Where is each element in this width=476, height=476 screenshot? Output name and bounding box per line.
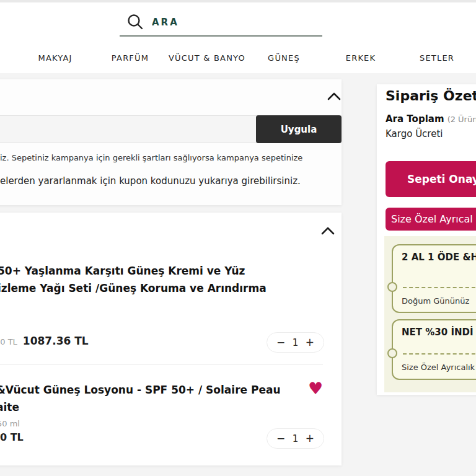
nav-item-vucut-banyo[interactable]: VÜCUT & BANYO: [169, 53, 245, 63]
order-summary-title: Sipariş Özet: [386, 88, 476, 104]
increase-quantity-button[interactable]: +: [306, 337, 314, 348]
product-title[interactable]: 50+ Yaşlanma Karşıtı Güneş Kremi ve Yüz: [0, 265, 245, 277]
quantity-value: 1: [293, 337, 299, 348]
search-input[interactable]: [152, 14, 313, 31]
decrease-quantity-button[interactable]: −: [276, 337, 285, 348]
coupon-dashed-line: [403, 287, 476, 288]
subtotal-row: Ara Toplam (2 Ürün: [386, 113, 476, 125]
special-benefits-button[interactable]: Size Özel Ayrıcal: [386, 208, 476, 231]
coupon-section: Uygula iz. Sepetiniz kampanya için gerek…: [0, 79, 342, 205]
campaign-info-text: iz. Sepetiniz kampanya için gerekli şart…: [0, 153, 302, 162]
favorite-heart-icon[interactable]: ♥: [308, 380, 323, 397]
offer-subtitle: Doğum Gününüz: [402, 296, 469, 306]
item-divider: [0, 364, 323, 365]
nav-item-makyaj[interactable]: MAKYAJ: [38, 53, 72, 63]
product-title[interactable]: aite: [0, 401, 19, 413]
offer-title: NET %30 İNDİ: [402, 327, 474, 338]
nav-item-parfum[interactable]: PARFÜM: [112, 53, 149, 63]
coupon-hint-text: elerden yararlanmak için kupon kodunuzu …: [0, 175, 301, 187]
offer-title: 2 AL 1 ÖDE &H: [402, 252, 476, 263]
offer-subtitle: Size Özel Ayrıcalık: [402, 363, 475, 372]
offer-coupon[interactable]: NET %30 İNDİ Size Özel Ayrıcalık: [392, 319, 476, 380]
item-count: (2 Ürün: [447, 115, 476, 124]
nav-item-erkek[interactable]: ERKEK: [346, 53, 376, 63]
nav-item-gunes[interactable]: GÜNEŞ: [268, 53, 300, 63]
order-summary-card: Sipariş Özet Ara Toplam (2 Ürün Kargo Üc…: [377, 84, 476, 395]
apply-coupon-button[interactable]: Uygula: [256, 115, 342, 143]
collapse-chevron-up-icon[interactable]: [321, 226, 335, 235]
price-row: 30 TL 1087.36 TL: [0, 335, 89, 347]
offer-coupon[interactable]: 2 AL 1 ÖDE &H Doğum Gününüz: [392, 244, 476, 313]
nav-item-setler[interactable]: SETLER: [420, 53, 454, 63]
old-price: 30 TL: [0, 337, 17, 346]
cart-items-section: 50+ Yaşlanma Karşıtı Güneş Kremi ve Yüz …: [0, 213, 342, 465]
coupon-notch: [387, 348, 397, 358]
quantity-stepper: − 1 +: [267, 428, 324, 449]
product-size: 50 ml: [0, 419, 20, 428]
offers-panel: 2 AL 1 ÖDE &H Doğum Gününüz NET %30 İNDİ…: [384, 236, 476, 392]
increase-quantity-button[interactable]: +: [306, 433, 314, 444]
confirm-cart-button[interactable]: Sepeti Onay: [386, 161, 476, 197]
coupon-dashed-line: [403, 353, 476, 355]
subtotal-label: Ara Toplam: [386, 113, 444, 125]
current-price: 1087.36 TL: [23, 335, 89, 347]
product-title[interactable]: &Vücut Güneş Losyonu - SPF 50+ / Solaire…: [0, 384, 281, 396]
current-price: 0 TL: [0, 431, 24, 443]
quantity-value: 1: [293, 433, 299, 444]
collapse-chevron-up-icon[interactable]: [327, 92, 341, 100]
coupon-notch: [387, 282, 397, 292]
quantity-stepper: − 1 +: [267, 332, 324, 353]
search-icon[interactable]: [126, 12, 144, 31]
search-underline: [120, 35, 322, 37]
header: MAKYAJ PARFÜM VÜCUT & BANYO GÜNEŞ ERKEK …: [0, 2, 476, 73]
product-title[interactable]: izleme Yağı Seti /Güneş Koruma ve Arındı…: [0, 282, 267, 294]
decrease-quantity-button[interactable]: −: [276, 433, 285, 444]
shipping-label: Kargo Ücreti: [386, 128, 443, 139]
